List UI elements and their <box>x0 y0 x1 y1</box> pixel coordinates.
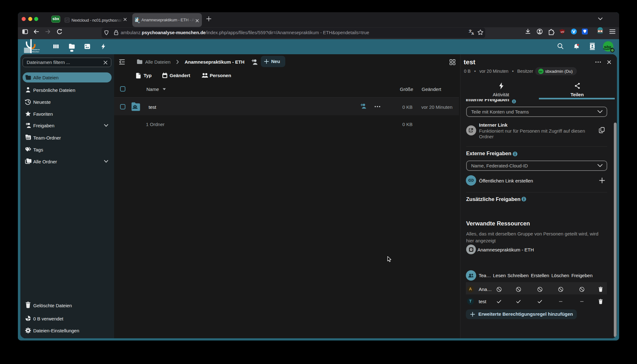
svg-text:München: München <box>32 51 39 53</box>
svg-text:A: A <box>471 32 474 35</box>
svg-text:uO: uO <box>561 30 564 33</box>
svg-text:Akademie: Akademie <box>32 49 40 50</box>
